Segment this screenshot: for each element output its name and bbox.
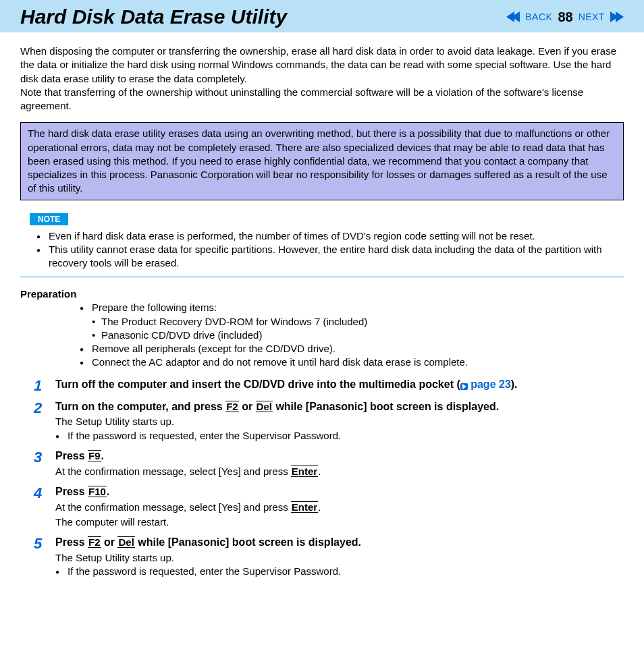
step-number: 4 bbox=[20, 485, 55, 529]
step-text: At the confirmation message, select [Yes… bbox=[55, 466, 291, 477]
step-subtext: The Setup Utility starts up. bbox=[55, 415, 624, 428]
step-number: 5 bbox=[20, 536, 55, 578]
step-text: or bbox=[101, 536, 118, 548]
step-sublist: If the password is requested, enter the … bbox=[55, 429, 624, 443]
prep-item: Remove all peripherals (except for the C… bbox=[80, 342, 624, 356]
prep-sub-item: The Product Recovery DVD-ROM for Windows… bbox=[92, 315, 624, 329]
page-title: Hard Disk Data Erase Utility bbox=[20, 5, 287, 28]
back-link[interactable]: BACK bbox=[525, 11, 552, 22]
key-enter: Enter bbox=[291, 501, 318, 513]
step-text: Press bbox=[55, 486, 88, 497]
step-text: Turn off the computer and insert the CD/… bbox=[55, 378, 460, 390]
key-f10: F10 bbox=[88, 486, 107, 497]
prep-item-text: Prepare the following items: bbox=[92, 302, 217, 313]
step-2: 2 Turn on the computer, and press F2 or … bbox=[20, 400, 624, 443]
preparation-section: Preparation Prepare the following items:… bbox=[20, 288, 624, 369]
key-enter: Enter bbox=[291, 466, 318, 477]
key-del: Del bbox=[256, 401, 273, 412]
step-text: Press bbox=[55, 450, 88, 461]
step-text: ). bbox=[511, 378, 518, 390]
note-list: Even if hard disk data erase is performe… bbox=[20, 229, 624, 271]
step-title: Press F9. bbox=[55, 449, 624, 463]
step-text: . bbox=[318, 466, 321, 477]
page-content: When disposing the computer or transferr… bbox=[0, 32, 644, 605]
back-arrow-icon[interactable] bbox=[506, 11, 520, 22]
step-subtext: The Setup Utility starts up. bbox=[55, 551, 624, 565]
page-ref-text[interactable]: page 23 bbox=[468, 378, 511, 390]
key-f2: F2 bbox=[88, 536, 101, 548]
step-text: Turn on the computer, and press bbox=[55, 401, 225, 412]
step-title: Turn on the computer, and press F2 or De… bbox=[55, 400, 624, 414]
note-item: This utility cannot erase data for speci… bbox=[36, 243, 624, 271]
step-number: 2 bbox=[20, 400, 55, 443]
note-item: Even if hard disk data erase is performe… bbox=[36, 229, 624, 243]
step-subtext: At the confirmation message, select [Yes… bbox=[55, 465, 624, 478]
step-text: . bbox=[101, 450, 104, 461]
step-title: Turn off the computer and insert the CD/… bbox=[55, 378, 624, 392]
step-sublist: If the password is requested, enter the … bbox=[55, 565, 624, 578]
step-text: Press bbox=[55, 536, 88, 548]
key-del: Del bbox=[117, 536, 134, 548]
intro-paragraph-2: Note that transferring of the ownership … bbox=[20, 86, 583, 111]
step-text: while [Panasonic] boot screen is display… bbox=[273, 401, 499, 412]
next-link[interactable]: NEXT bbox=[579, 11, 605, 22]
page-header: Hard Disk Data Erase Utility BACK 88 NEX… bbox=[0, 0, 644, 32]
step-text: or bbox=[239, 401, 256, 412]
prep-item: Prepare the following items: The Product… bbox=[80, 301, 624, 342]
next-arrow-icon[interactable] bbox=[610, 11, 624, 22]
step-number: 3 bbox=[20, 449, 55, 478]
step-title: Press F10. bbox=[55, 485, 624, 499]
page-ref-link[interactable]: page 23 bbox=[460, 378, 511, 390]
step-number: 1 bbox=[20, 378, 55, 393]
page-number: 88 bbox=[558, 9, 572, 25]
step-subtext: At the confirmation message, select [Yes… bbox=[55, 501, 624, 514]
note-section: NOTE Even if hard disk data erase is per… bbox=[20, 213, 624, 278]
step-5: 5 Press F2 or Del while [Panasonic] boot… bbox=[20, 536, 624, 578]
prep-sub-item: Panasonic CD/DVD drive (included) bbox=[92, 329, 624, 342]
step-text: . bbox=[318, 501, 321, 513]
step-4: 4 Press F10. At the confirmation message… bbox=[20, 485, 624, 529]
step-3: 3 Press F9. At the confirmation message,… bbox=[20, 449, 624, 478]
intro-paragraph-1: When disposing the computer or transferr… bbox=[20, 45, 616, 84]
step-text: while [Panasonic] boot screen is display… bbox=[135, 536, 361, 548]
step-text: . bbox=[107, 486, 109, 497]
key-f2: F2 bbox=[225, 401, 239, 412]
step-title: Press F2 or Del while [Panasonic] boot s… bbox=[55, 536, 624, 550]
step-sub-item: If the password is requested, enter the … bbox=[55, 429, 624, 443]
step-text: At the confirmation message, select [Yes… bbox=[55, 501, 291, 513]
step-sub-item: If the password is requested, enter the … bbox=[55, 565, 624, 578]
warning-box: The hard disk data erase utility erases … bbox=[20, 122, 624, 200]
preparation-heading: Preparation bbox=[20, 288, 624, 300]
prep-item: Connect the AC adaptor and do not remove… bbox=[80, 356, 624, 369]
prep-sublist: The Product Recovery DVD-ROM for Windows… bbox=[92, 315, 624, 343]
page-nav: BACK 88 NEXT bbox=[506, 9, 624, 25]
intro-text: When disposing the computer or transferr… bbox=[20, 45, 624, 113]
key-f9: F9 bbox=[88, 450, 101, 461]
step-1: 1 Turn off the computer and insert the C… bbox=[20, 378, 624, 393]
preparation-list: Prepare the following items: The Product… bbox=[20, 301, 624, 369]
step-subtext: The computer will restart. bbox=[55, 515, 624, 529]
note-tag: NOTE bbox=[30, 213, 68, 225]
